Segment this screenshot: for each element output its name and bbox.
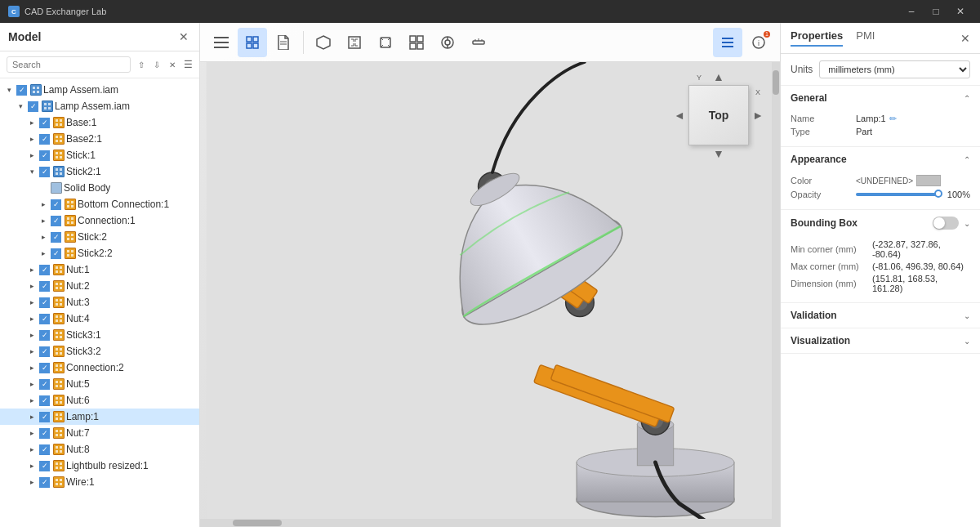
tree-item-lamp1[interactable]: ▸✓Lamp:1	[0, 409, 199, 425]
measure-button[interactable]	[464, 28, 493, 57]
tree-check-wire1[interactable]: ✓	[39, 477, 50, 488]
search-clear-button[interactable]: ✕	[165, 57, 180, 72]
tree-item-base21[interactable]: ▸✓Base2:1	[0, 131, 199, 147]
tree-check-lightbulb1[interactable]: ✓	[39, 461, 50, 471]
vertical-scrollbar[interactable]	[772, 62, 780, 527]
properties-panel-button[interactable]	[713, 28, 742, 57]
tree-arrow-nut8[interactable]: ▸	[26, 443, 38, 456]
tree-item-stick1[interactable]: ▸✓Stick:1	[0, 147, 199, 163]
tree-item-nut3[interactable]: ▸✓Nut:3	[0, 294, 199, 310]
tree-item-conn2[interactable]: ▸✓Connection:2	[0, 360, 199, 376]
tree-check-lamp-assem-root[interactable]: ✓	[16, 85, 27, 96]
tab-properties[interactable]: Properties	[791, 29, 843, 47]
tree-item-lightbulb1[interactable]: ▸✓Lightbulb resized:1	[0, 458, 199, 474]
tree-arrow-stick21[interactable]: ▾	[26, 165, 38, 178]
tree-arrow-bottom-conn1[interactable]: ▸	[38, 198, 49, 211]
section-bounding-box-header[interactable]: Bounding Box ⌄	[781, 210, 980, 236]
tree-check-stick22[interactable]: ✓	[51, 248, 61, 259]
tree-arrow-nut5[interactable]: ▸	[26, 377, 38, 391]
tree-arrow-nut3[interactable]: ▸	[26, 296, 38, 309]
tree-check-stick31[interactable]: ✓	[39, 330, 50, 341]
tree-arrow-stick2[interactable]: ▸	[38, 230, 49, 243]
nav-up-arrow[interactable]: ▲	[713, 70, 724, 83]
tree-arrow-nut2[interactable]: ▸	[26, 279, 38, 293]
tree-check-nut1[interactable]: ✓	[39, 265, 50, 275]
tree-arrow-lightbulb1[interactable]: ▸	[26, 459, 38, 472]
close-button[interactable]: ✕	[949, 0, 972, 23]
vscroll-thumb[interactable]	[773, 70, 779, 95]
tree-arrow-lamp-assem-child[interactable]: ▾	[15, 100, 26, 113]
tree-check-stick21[interactable]: ✓	[39, 167, 50, 177]
section-visualization-header[interactable]: Visualization ⌄	[781, 328, 980, 353]
color-swatch[interactable]	[916, 175, 941, 186]
views-button[interactable]	[402, 28, 431, 57]
tree-check-conn1[interactable]: ✓	[51, 216, 61, 226]
tree-item-stick32[interactable]: ▸✓Stick3:2	[0, 343, 199, 360]
tree-arrow-nut4[interactable]: ▸	[26, 312, 38, 325]
tree-item-stick22[interactable]: ▸✓Stick2:2	[0, 245, 199, 261]
document-button[interactable]	[269, 28, 298, 57]
nav-right-arrow[interactable]: ►	[752, 109, 764, 122]
bb-toggle[interactable]	[933, 217, 959, 230]
panel-close-button[interactable]: ✕	[176, 29, 191, 44]
right-panel-close[interactable]: ✕	[960, 32, 970, 45]
tree-check-nut8[interactable]: ✓	[39, 444, 50, 455]
tree-arrow-solid-body[interactable]	[38, 181, 49, 194]
tree-arrow-nut1[interactable]: ▸	[26, 263, 38, 276]
tree-item-nut1[interactable]: ▸✓Nut:1	[0, 261, 199, 278]
tree-check-nut2[interactable]: ✓	[39, 281, 50, 292]
tree-arrow-wire1[interactable]: ▸	[26, 476, 38, 489]
section-general-header[interactable]: General ⌃	[781, 86, 980, 110]
tree-arrow-stick31[interactable]: ▸	[26, 328, 38, 342]
tree-item-nut5[interactable]: ▸✓Nut:5	[0, 376, 199, 392]
tree-check-stick2[interactable]: ✓	[51, 232, 61, 243]
tree-item-nut2[interactable]: ▸✓Nut:2	[0, 278, 199, 294]
tree-arrow-nut7[interactable]: ▸	[26, 427, 38, 440]
nav-cube-face[interactable]: Top	[688, 85, 749, 145]
tree-arrow-base1[interactable]: ▸	[26, 116, 38, 129]
nav-down-arrow[interactable]: ▼	[713, 147, 724, 160]
tree-item-solid-body[interactable]: Solid Body	[0, 180, 199, 196]
tree-check-nut6[interactable]: ✓	[39, 395, 50, 406]
structure-button[interactable]	[238, 28, 267, 57]
tree-check-conn2[interactable]: ✓	[39, 363, 50, 373]
tree-item-nut8[interactable]: ▸✓Nut:8	[0, 441, 199, 458]
section-appearance-header[interactable]: Appearance ⌃	[781, 147, 980, 172]
navigation-cube[interactable]: ▲ ▼ ◄ ► Top X Y	[674, 70, 764, 160]
tree-check-stick32[interactable]: ✓	[39, 346, 50, 357]
isometric-button[interactable]	[371, 28, 400, 57]
tree-check-nut5[interactable]: ✓	[39, 379, 50, 390]
tree-item-wire1[interactable]: ▸✓Wire:1	[0, 474, 199, 490]
canvas-area[interactable]: ▲ ▼ ◄ ► Top X Y	[200, 62, 780, 527]
tree-check-nut3[interactable]: ✓	[39, 297, 50, 308]
tree-check-bottom-conn1[interactable]: ✓	[51, 199, 61, 210]
tree-item-stick21[interactable]: ▾✓Stick2:1	[0, 163, 199, 180]
tree-arrow-lamp1[interactable]: ▸	[26, 410, 38, 423]
tab-pmi[interactable]: PMI	[856, 29, 875, 47]
tree-item-bottom-conn1[interactable]: ▸✓Bottom Connection:1	[0, 196, 199, 212]
tree-item-conn1[interactable]: ▸✓Connection:1	[0, 212, 199, 229]
search-prev-button[interactable]: ⇧	[134, 57, 149, 72]
tree-arrow-stick32[interactable]: ▸	[26, 345, 38, 358]
tree-check-lamp-assem-child[interactable]: ✓	[28, 101, 38, 112]
tree-arrow-lamp-assem-root[interactable]: ▾	[3, 83, 15, 96]
tree-check-base21[interactable]: ✓	[39, 134, 50, 145]
tree-arrow-base21[interactable]: ▸	[26, 132, 38, 145]
tree-check-nut7[interactable]: ✓	[39, 428, 50, 439]
units-select[interactable]: millimeters (mm)	[819, 60, 970, 78]
filter-button[interactable]: ☰	[183, 57, 193, 72]
name-edit-icon[interactable]: ✏	[889, 114, 899, 123]
fit-all-button[interactable]	[340, 28, 369, 57]
tree-arrow-stick22[interactable]: ▸	[38, 247, 49, 260]
hscroll-thumb[interactable]	[233, 520, 282, 526]
horizontal-scrollbar[interactable]	[200, 519, 772, 527]
tree-item-base1[interactable]: ▸✓Base:1	[0, 114, 199, 131]
minimize-button[interactable]: –	[900, 0, 923, 23]
section-button[interactable]	[433, 28, 462, 57]
perspective-button[interactable]	[309, 28, 338, 57]
tree-arrow-conn1[interactable]: ▸	[38, 214, 49, 227]
search-input[interactable]	[7, 56, 131, 73]
tree-item-lamp-assem-child[interactable]: ▾✓Lamp Assem.iam	[0, 98, 199, 114]
tree-item-lamp-assem-root[interactable]: ▾✓Lamp Assem.iam	[0, 82, 199, 98]
pmi-panel-button[interactable]: i 1	[744, 28, 773, 57]
